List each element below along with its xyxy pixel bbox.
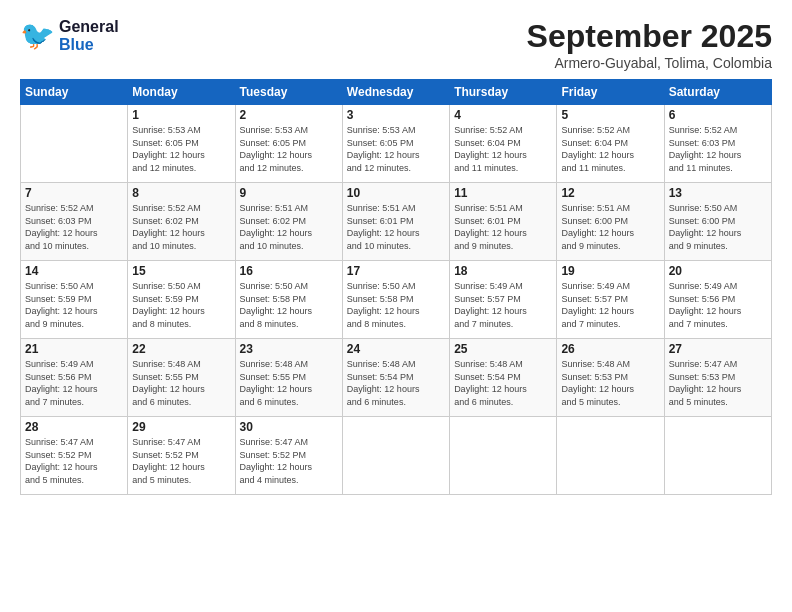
calendar-cell: 20Sunrise: 5:49 AM Sunset: 5:56 PM Dayli…: [664, 261, 771, 339]
day-info: Sunrise: 5:47 AM Sunset: 5:53 PM Dayligh…: [669, 359, 742, 407]
logo-line1: General: [59, 18, 119, 36]
day-info: Sunrise: 5:48 AM Sunset: 5:55 PM Dayligh…: [132, 359, 205, 407]
week-row-4: 21Sunrise: 5:49 AM Sunset: 5:56 PM Dayli…: [21, 339, 772, 417]
day-number: 12: [561, 186, 659, 200]
day-info: Sunrise: 5:51 AM Sunset: 6:01 PM Dayligh…: [347, 203, 420, 251]
day-info: Sunrise: 5:49 AM Sunset: 5:56 PM Dayligh…: [25, 359, 98, 407]
day-number: 4: [454, 108, 552, 122]
calendar-cell: [21, 105, 128, 183]
day-info: Sunrise: 5:50 AM Sunset: 6:00 PM Dayligh…: [669, 203, 742, 251]
main-title: September 2025: [527, 18, 772, 55]
day-info: Sunrise: 5:47 AM Sunset: 5:52 PM Dayligh…: [25, 437, 98, 485]
calendar-cell: 6Sunrise: 5:52 AM Sunset: 6:03 PM Daylig…: [664, 105, 771, 183]
calendar-cell: 5Sunrise: 5:52 AM Sunset: 6:04 PM Daylig…: [557, 105, 664, 183]
day-info: Sunrise: 5:53 AM Sunset: 6:05 PM Dayligh…: [132, 125, 205, 173]
header-row: SundayMondayTuesdayWednesdayThursdayFrid…: [21, 80, 772, 105]
day-info: Sunrise: 5:48 AM Sunset: 5:54 PM Dayligh…: [347, 359, 420, 407]
day-number: 24: [347, 342, 445, 356]
day-info: Sunrise: 5:51 AM Sunset: 6:00 PM Dayligh…: [561, 203, 634, 251]
day-header-friday: Friday: [557, 80, 664, 105]
calendar-cell: 8Sunrise: 5:52 AM Sunset: 6:02 PM Daylig…: [128, 183, 235, 261]
day-number: 19: [561, 264, 659, 278]
logo: 🐦 General Blue: [20, 18, 119, 53]
calendar-cell: 4Sunrise: 5:52 AM Sunset: 6:04 PM Daylig…: [450, 105, 557, 183]
calendar-cell: 24Sunrise: 5:48 AM Sunset: 5:54 PM Dayli…: [342, 339, 449, 417]
day-info: Sunrise: 5:50 AM Sunset: 5:59 PM Dayligh…: [25, 281, 98, 329]
day-header-wednesday: Wednesday: [342, 80, 449, 105]
day-number: 16: [240, 264, 338, 278]
day-info: Sunrise: 5:48 AM Sunset: 5:53 PM Dayligh…: [561, 359, 634, 407]
logo-line2: Blue: [59, 36, 94, 54]
week-row-5: 28Sunrise: 5:47 AM Sunset: 5:52 PM Dayli…: [21, 417, 772, 495]
calendar-cell: 26Sunrise: 5:48 AM Sunset: 5:53 PM Dayli…: [557, 339, 664, 417]
day-number: 9: [240, 186, 338, 200]
day-info: Sunrise: 5:53 AM Sunset: 6:05 PM Dayligh…: [347, 125, 420, 173]
subtitle: Armero-Guyabal, Tolima, Colombia: [527, 55, 772, 71]
day-number: 14: [25, 264, 123, 278]
page: 🐦 General Blue September 2025 Armero-Guy…: [0, 0, 792, 612]
calendar-cell: 29Sunrise: 5:47 AM Sunset: 5:52 PM Dayli…: [128, 417, 235, 495]
calendar-cell: 2Sunrise: 5:53 AM Sunset: 6:05 PM Daylig…: [235, 105, 342, 183]
calendar-cell: 7Sunrise: 5:52 AM Sunset: 6:03 PM Daylig…: [21, 183, 128, 261]
day-number: 25: [454, 342, 552, 356]
day-number: 1: [132, 108, 230, 122]
day-number: 30: [240, 420, 338, 434]
day-info: Sunrise: 5:49 AM Sunset: 5:57 PM Dayligh…: [561, 281, 634, 329]
day-number: 17: [347, 264, 445, 278]
day-info: Sunrise: 5:52 AM Sunset: 6:03 PM Dayligh…: [669, 125, 742, 173]
day-header-saturday: Saturday: [664, 80, 771, 105]
calendar-cell: 19Sunrise: 5:49 AM Sunset: 5:57 PM Dayli…: [557, 261, 664, 339]
day-number: 28: [25, 420, 123, 434]
day-number: 18: [454, 264, 552, 278]
calendar-cell: 22Sunrise: 5:48 AM Sunset: 5:55 PM Dayli…: [128, 339, 235, 417]
day-info: Sunrise: 5:50 AM Sunset: 5:58 PM Dayligh…: [240, 281, 313, 329]
day-info: Sunrise: 5:50 AM Sunset: 5:58 PM Dayligh…: [347, 281, 420, 329]
calendar-cell: [664, 417, 771, 495]
day-number: 8: [132, 186, 230, 200]
logo-bird-icon: 🐦: [20, 22, 55, 50]
calendar-cell: [342, 417, 449, 495]
day-header-monday: Monday: [128, 80, 235, 105]
calendar-cell: 14Sunrise: 5:50 AM Sunset: 5:59 PM Dayli…: [21, 261, 128, 339]
day-info: Sunrise: 5:49 AM Sunset: 5:56 PM Dayligh…: [669, 281, 742, 329]
day-number: 5: [561, 108, 659, 122]
day-number: 2: [240, 108, 338, 122]
calendar-table: SundayMondayTuesdayWednesdayThursdayFrid…: [20, 79, 772, 495]
day-info: Sunrise: 5:52 AM Sunset: 6:03 PM Dayligh…: [25, 203, 98, 251]
day-info: Sunrise: 5:52 AM Sunset: 6:02 PM Dayligh…: [132, 203, 205, 251]
day-info: Sunrise: 5:47 AM Sunset: 5:52 PM Dayligh…: [132, 437, 205, 485]
day-info: Sunrise: 5:53 AM Sunset: 6:05 PM Dayligh…: [240, 125, 313, 173]
header: 🐦 General Blue September 2025 Armero-Guy…: [20, 18, 772, 71]
calendar-cell: 10Sunrise: 5:51 AM Sunset: 6:01 PM Dayli…: [342, 183, 449, 261]
day-info: Sunrise: 5:50 AM Sunset: 5:59 PM Dayligh…: [132, 281, 205, 329]
calendar-cell: 12Sunrise: 5:51 AM Sunset: 6:00 PM Dayli…: [557, 183, 664, 261]
day-info: Sunrise: 5:49 AM Sunset: 5:57 PM Dayligh…: [454, 281, 527, 329]
week-row-3: 14Sunrise: 5:50 AM Sunset: 5:59 PM Dayli…: [21, 261, 772, 339]
calendar-cell: 11Sunrise: 5:51 AM Sunset: 6:01 PM Dayli…: [450, 183, 557, 261]
calendar-cell: 27Sunrise: 5:47 AM Sunset: 5:53 PM Dayli…: [664, 339, 771, 417]
day-info: Sunrise: 5:48 AM Sunset: 5:54 PM Dayligh…: [454, 359, 527, 407]
logo-text-block: General Blue: [59, 18, 119, 53]
day-info: Sunrise: 5:47 AM Sunset: 5:52 PM Dayligh…: [240, 437, 313, 485]
day-number: 6: [669, 108, 767, 122]
calendar-cell: [557, 417, 664, 495]
day-info: Sunrise: 5:48 AM Sunset: 5:55 PM Dayligh…: [240, 359, 313, 407]
calendar-cell: 28Sunrise: 5:47 AM Sunset: 5:52 PM Dayli…: [21, 417, 128, 495]
day-number: 15: [132, 264, 230, 278]
week-row-2: 7Sunrise: 5:52 AM Sunset: 6:03 PM Daylig…: [21, 183, 772, 261]
calendar-cell: 1Sunrise: 5:53 AM Sunset: 6:05 PM Daylig…: [128, 105, 235, 183]
day-header-tuesday: Tuesday: [235, 80, 342, 105]
day-number: 26: [561, 342, 659, 356]
day-header-sunday: Sunday: [21, 80, 128, 105]
day-info: Sunrise: 5:52 AM Sunset: 6:04 PM Dayligh…: [561, 125, 634, 173]
calendar-cell: 16Sunrise: 5:50 AM Sunset: 5:58 PM Dayli…: [235, 261, 342, 339]
day-number: 3: [347, 108, 445, 122]
day-number: 7: [25, 186, 123, 200]
day-number: 20: [669, 264, 767, 278]
day-info: Sunrise: 5:52 AM Sunset: 6:04 PM Dayligh…: [454, 125, 527, 173]
calendar-cell: 13Sunrise: 5:50 AM Sunset: 6:00 PM Dayli…: [664, 183, 771, 261]
day-number: 23: [240, 342, 338, 356]
day-number: 13: [669, 186, 767, 200]
calendar-cell: 21Sunrise: 5:49 AM Sunset: 5:56 PM Dayli…: [21, 339, 128, 417]
day-number: 29: [132, 420, 230, 434]
